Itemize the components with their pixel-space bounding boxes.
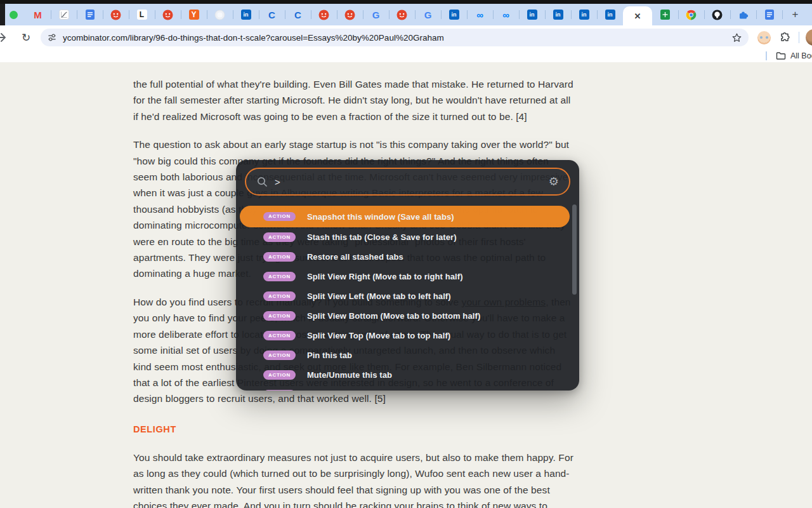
bookmark-star-icon[interactable] [731, 32, 742, 43]
tab-favicon-yc[interactable]: Y [181, 4, 207, 25]
linkedin-icon: in [605, 10, 615, 20]
extensions-puzzle-icon[interactable] [779, 32, 791, 44]
redface-icon [396, 10, 407, 20]
tab-favicon-github[interactable] [704, 4, 730, 25]
tab-favicon-google[interactable]: G [363, 4, 389, 25]
plus-icon: + [790, 10, 801, 20]
site-settings-icon[interactable] [47, 32, 57, 43]
search-icon [256, 176, 268, 188]
tab-favicon-chart[interactable] [51, 4, 77, 25]
action-label: Split View Bottom (Move tab to bottom ha… [307, 311, 480, 321]
action-label: Split View Right (Move tab to right half… [307, 272, 463, 281]
action-row-restore-stashed[interactable]: ACTIONRestore all stashed tabs [236, 247, 579, 267]
tab-favicon-redface[interactable] [155, 4, 181, 25]
tab-favicon-letter[interactable]: L [129, 4, 155, 25]
tab-favicon-redface[interactable] [311, 4, 337, 25]
tab-favicon-linkedin[interactable]: in [441, 4, 467, 25]
tab-favicon-meta[interactable]: ∞ [467, 4, 493, 25]
tab-favicon-colorful[interactable] [678, 4, 704, 25]
docs-icon [84, 10, 95, 20]
action-badge: ACTION [263, 311, 296, 321]
google-icon: G [422, 10, 433, 20]
url-text[interactable]: ycombinator.com/library/96-do-things-tha… [63, 33, 726, 43]
all-bookmarks-label[interactable]: All Boo [790, 51, 812, 60]
action-row-snapshot-window[interactable]: ACTIONSnapshot this window (Save all tab… [240, 206, 570, 227]
tab-favicon-linkedin[interactable]: in [571, 4, 597, 25]
gear-icon[interactable]: ⚙ [549, 176, 559, 187]
letter-icon: L [137, 10, 147, 20]
bookmarks-separator [766, 51, 767, 60]
action-badge: ACTION [263, 331, 296, 340]
tab-favicon-puzzle[interactable] [730, 4, 756, 25]
github-icon [712, 10, 723, 20]
gmail-icon: M [32, 10, 43, 20]
chart-icon [58, 10, 69, 20]
palette-action-list: ACTIONSnapshot this window (Save all tab… [236, 206, 579, 391]
action-row-split-right[interactable]: ACTIONSplit View Right (Move tab to righ… [236, 267, 579, 286]
action-label: Pin this tab [307, 351, 352, 360]
tab-favicon-redface[interactable] [389, 4, 415, 25]
tab-favicon-redface[interactable] [337, 4, 363, 25]
action-row-split-bottom[interactable]: ACTIONSplit View Bottom (Move tab to bot… [236, 306, 579, 326]
redface-icon [318, 10, 329, 20]
action-badge: ACTION [263, 212, 296, 222]
reload-button[interactable]: ↻ [19, 30, 33, 44]
tab-favicon-docs[interactable] [756, 4, 782, 25]
action-row-partial[interactable]: ACTION [236, 385, 579, 391]
folder-icon[interactable] [776, 51, 786, 60]
tab-favicon-gmail[interactable]: M [25, 4, 51, 25]
window-corner-notch [0, 4, 5, 25]
action-row-mute-tab[interactable]: ACTIONMute/Unmute this tab [236, 365, 579, 385]
tab-favicon-google[interactable]: G [415, 4, 441, 25]
palette-scrollbar-thumb[interactable] [572, 204, 577, 295]
palette-search-input[interactable]: > ⚙ [245, 168, 570, 196]
action-label: Split View Top (Move tab to top half) [307, 331, 450, 340]
tab-favicon-linkedin[interactable]: in [545, 4, 571, 25]
bookmarks-bar: All Boo [0, 50, 812, 62]
action-row-pin-tab[interactable]: ACTIONPin this tab [236, 345, 579, 365]
tab-favicon-faded[interactable] [207, 4, 233, 25]
action-row-split-top[interactable]: ACTIONSplit View Top (Move tab to top ha… [236, 326, 579, 345]
tab-favicon-docs[interactable] [77, 4, 103, 25]
toolbar-separator [799, 32, 799, 43]
reload-icon: ↻ [22, 31, 30, 44]
tab-favicon-cletter[interactable]: C [285, 4, 311, 25]
active-tab[interactable]: ✕ [623, 6, 652, 25]
colorful-icon [686, 10, 697, 20]
action-badge: ACTION [263, 272, 296, 281]
essay-paragraph: the full potential of what they're build… [133, 76, 575, 124]
tab-favicon-meta[interactable]: ∞ [493, 4, 519, 25]
action-row-stash-tab[interactable]: ACTIONStash this tab (Close & Save for l… [236, 227, 579, 247]
profile-avatar[interactable] [806, 29, 812, 46]
cletter-icon: C [266, 10, 277, 20]
forward-button[interactable] [0, 31, 8, 44]
linkedin-icon: in [527, 10, 537, 20]
essay-paragraph: You should take extraordinary measures n… [133, 450, 575, 508]
tab-favicon-linkedin[interactable]: in [519, 4, 545, 25]
new-tab-button[interactable]: + [782, 4, 808, 25]
section-heading-delight: DELIGHT [133, 424, 575, 434]
tab-favicon-cletter[interactable]: C [259, 4, 285, 25]
extension-avatar-icon[interactable] [757, 31, 771, 44]
window-control-green[interactable] [10, 11, 18, 19]
tab-favicon-redface[interactable] [103, 4, 129, 25]
tab-strip: MLYinCCGGin∞∞inininin✕+ [0, 4, 812, 25]
action-badge: ACTION [263, 351, 296, 360]
puzzle-icon [738, 10, 749, 20]
meta-icon: ∞ [501, 10, 511, 20]
linkedin-icon: in [579, 10, 589, 20]
tab-favicon-linkedin[interactable]: in [597, 4, 623, 25]
browser-toolbar: ↻ ycombinator.com/library/96-do-things-t… [0, 25, 812, 50]
tab-favicon-linkedin[interactable]: in [233, 4, 259, 25]
url-bar[interactable]: ycombinator.com/library/96-do-things-tha… [41, 29, 749, 46]
tab-favicon-sheets[interactable] [652, 4, 678, 25]
cletter-icon: C [292, 10, 303, 20]
close-tab-icon[interactable]: ✕ [634, 11, 641, 21]
action-label: Restore all stashed tabs [307, 252, 403, 262]
palette-query-text[interactable]: > [275, 177, 549, 187]
forward-arrow-icon [0, 31, 8, 44]
yc-icon: Y [189, 10, 199, 20]
tab-strip-tabs: MLYinCCGGin∞∞inininin✕+ [25, 4, 812, 25]
faded-icon [214, 10, 225, 20]
action-row-split-left[interactable]: ACTIONSplit View Left (Move tab to left … [236, 286, 579, 306]
